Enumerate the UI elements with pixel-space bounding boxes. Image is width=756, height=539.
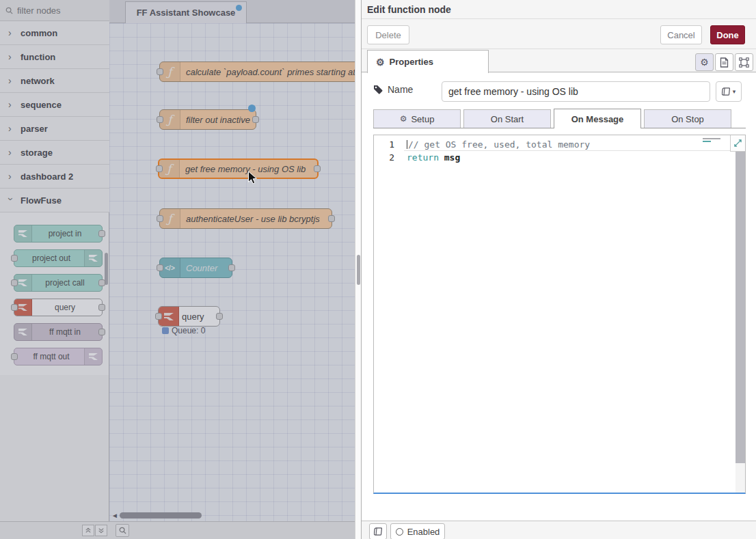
editor-code-area[interactable]: // get OS free, used, total memory retur…	[404, 138, 735, 164]
output-port[interactable]	[228, 264, 235, 271]
enabled-label: Enabled	[407, 527, 440, 537]
library-dropdown-button[interactable]: ▾	[716, 81, 742, 102]
text-caret	[407, 140, 407, 149]
input-port[interactable]	[155, 313, 162, 320]
flowfuse-node-icon	[84, 250, 102, 266]
cancel-button[interactable]: Cancel	[660, 25, 702, 44]
double-chevron-down-icon	[98, 527, 105, 534]
palette-category-common[interactable]: ›common	[0, 21, 109, 45]
output-port[interactable]	[328, 215, 335, 222]
horizontal-scrollbar[interactable]	[120, 512, 202, 519]
palette-category-parser[interactable]: ›parser	[0, 117, 109, 141]
tab-properties[interactable]: ⚙ Properties	[367, 50, 489, 73]
palette-node-ff-mqtt-out[interactable]: ff mqtt out	[14, 348, 103, 365]
palette-search[interactable]	[0, 0, 109, 21]
editor-scrollbar-track[interactable]	[735, 135, 745, 493]
node-label: filter out inactive	[186, 110, 250, 129]
code-editor[interactable]: 1 2 // get OS free, used, total memory r…	[373, 135, 746, 494]
flow-node-filter-out-inactive[interactable]: ƒ filter out inactive	[159, 109, 256, 130]
flow-node-counter[interactable]: </> Counter	[159, 258, 232, 278]
palette-node-project-call[interactable]: project call	[14, 274, 103, 292]
output-port	[98, 279, 105, 286]
edit-tray-header: Edit function node	[362, 0, 756, 19]
edit-tray-resize-handle[interactable]	[355, 0, 361, 539]
input-port	[11, 353, 18, 360]
properties-view-button[interactable]: ⚙	[695, 53, 714, 71]
tab-label: On Stop	[671, 114, 704, 124]
code-comment: // get OS free, used, total memory	[408, 139, 590, 150]
output-port[interactable]	[314, 165, 321, 172]
workspace-footer	[0, 521, 355, 539]
chevron-right-icon: ›	[8, 76, 14, 85]
palette-category-dashboard2[interactable]: ›dashboard 2	[0, 165, 109, 189]
tab-on-message[interactable]: On Message	[554, 109, 641, 128]
palette-category-sequence[interactable]: ›sequence	[0, 93, 109, 117]
editor-scrollbar-thumb[interactable]	[735, 152, 745, 463]
appearance-view-button[interactable]	[735, 53, 753, 71]
output-port[interactable]	[216, 313, 223, 320]
input-port[interactable]	[157, 116, 163, 123]
palette-node-label: project call	[32, 275, 98, 291]
palette-node-label: project out	[18, 250, 84, 266]
palette-node-label: ff mqtt out	[18, 348, 84, 365]
palette-category-storage[interactable]: ›storage	[0, 141, 109, 165]
output-port[interactable]	[252, 116, 259, 123]
palette-category-function[interactable]: ›function	[0, 45, 109, 69]
search-icon	[5, 7, 13, 14]
tab-on-start[interactable]: On Start	[463, 109, 551, 128]
enabled-status-icon	[396, 528, 403, 536]
palette-category-label: parser	[21, 124, 48, 134]
edit-tray-toolbar: Delete Cancel Done	[362, 19, 756, 49]
flow-node-query[interactable]: query	[158, 306, 220, 327]
input-port[interactable]	[157, 264, 163, 271]
palette-category-network[interactable]: ›network	[0, 69, 109, 93]
name-field-label: Name	[373, 84, 413, 95]
flowfuse-node-icon	[84, 348, 102, 365]
document-icon	[720, 57, 729, 68]
canvas-vertical-scrollbar[interactable]	[357, 255, 360, 285]
code-keyword: return	[407, 152, 439, 163]
queue-status-dot	[162, 327, 169, 334]
node-enabled-toggle[interactable]: Enabled	[390, 523, 445, 539]
chevron-right-icon: ›	[8, 148, 14, 157]
input-port	[11, 279, 18, 286]
queue-status-text: Queue: 0	[172, 326, 205, 335]
node-name-input[interactable]	[442, 81, 710, 102]
flow-node-calculate-primes[interactable]: ƒ calculate `payload.count` primes start…	[159, 61, 355, 82]
input-port[interactable]	[156, 165, 163, 172]
flow-node-authenticate-user[interactable]: ƒ authenticateUser - use lib bcryptjs	[159, 208, 332, 229]
tab-label: Setup	[411, 114, 434, 124]
editor-expand-button[interactable]	[730, 135, 745, 152]
input-port[interactable]	[157, 68, 163, 75]
palette-category-label: sequence	[21, 100, 62, 110]
collapse-all-categories-button[interactable]	[82, 525, 94, 536]
done-button[interactable]: Done	[710, 25, 745, 44]
flow-node-get-free-memory[interactable]: ƒ get free memory - using OS lib	[158, 158, 319, 179]
palette-node-query[interactable]: query	[14, 299, 103, 316]
queue-status-badge: Queue: 0	[162, 326, 205, 335]
library-export-button[interactable]	[369, 523, 387, 539]
editor-minimap	[703, 138, 722, 143]
expand-all-categories-button[interactable]	[95, 525, 107, 536]
palette-node-project-out[interactable]: project out	[14, 249, 103, 267]
description-view-button[interactable]	[715, 53, 733, 71]
caret-down-icon: ▾	[733, 88, 736, 95]
code-line-1: // get OS free, used, total memory	[404, 138, 735, 151]
palette-node-project-in[interactable]: project in	[14, 225, 103, 243]
chevron-right-icon: ›	[8, 124, 14, 133]
node-label: calculate `payload.count` primes startin…	[186, 62, 355, 81]
input-port[interactable]	[157, 215, 163, 222]
palette-node-label: query	[32, 299, 98, 316]
delete-button[interactable]: Delete	[367, 25, 409, 44]
flow-tab[interactable]: FF Assistant Showcase	[125, 1, 247, 23]
canvas-search-button[interactable]	[116, 524, 129, 537]
scroll-left-arrow-icon[interactable]: ◄	[111, 512, 118, 519]
tab-on-stop[interactable]: On Stop	[644, 109, 731, 128]
gear-icon: ⚙	[400, 115, 407, 123]
palette-filter-input[interactable]	[17, 5, 99, 16]
chevron-right-icon: ›	[8, 28, 14, 38]
palette-node-ff-mqtt-in[interactable]: ff mqtt in	[14, 323, 103, 341]
search-icon	[119, 527, 126, 534]
tab-setup[interactable]: ⚙ Setup	[373, 109, 461, 128]
palette-category-flowfuse[interactable]: ›FlowFuse	[0, 189, 109, 212]
